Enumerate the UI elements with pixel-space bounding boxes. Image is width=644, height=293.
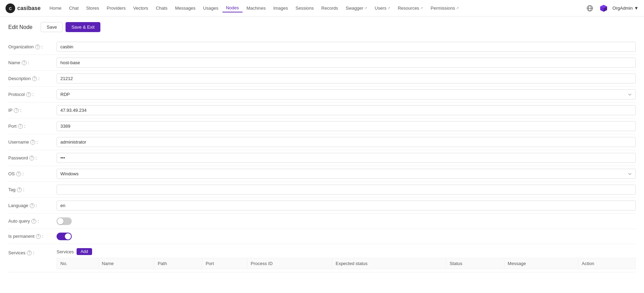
services-table-header-row: No.NamePathPortProcess IDExpected status… xyxy=(57,258,636,269)
auto-query-thumb xyxy=(57,218,63,224)
description-help-icon[interactable]: ? xyxy=(32,76,37,81)
auto-query-row: Auto query ? : xyxy=(8,214,636,229)
ip-input[interactable] xyxy=(57,105,636,115)
page-title: Edit Node xyxy=(8,24,32,30)
password-help-icon[interactable]: ? xyxy=(29,156,34,160)
external-link-icon: ↗ xyxy=(364,6,367,10)
add-service-button[interactable]: Add xyxy=(77,248,92,255)
organization-label: Organization ? : xyxy=(8,44,57,49)
nav-link-machines[interactable]: Machines xyxy=(243,4,269,12)
organization-row: Organization ? : xyxy=(8,39,636,55)
protocol-help-icon[interactable]: ? xyxy=(26,92,31,97)
ip-help-icon[interactable]: ? xyxy=(14,108,19,113)
nav-link-resources[interactable]: Resources↗ xyxy=(394,4,426,12)
is-permanent-toggle[interactable] xyxy=(57,233,72,240)
ip-label: IP ? : xyxy=(8,108,57,113)
language-row: Language ? : xyxy=(8,198,636,214)
port-row: Port ? : xyxy=(8,118,636,134)
os-help-icon[interactable]: ? xyxy=(16,172,21,176)
port-label: Port ? : xyxy=(8,124,57,129)
logo[interactable]: C casibase xyxy=(6,3,41,13)
services-col-no.: No. xyxy=(57,258,98,269)
name-label: Name ? : xyxy=(8,60,57,65)
organization-input[interactable] xyxy=(57,42,636,52)
nav-link-users[interactable]: Users↗ xyxy=(371,4,394,12)
nav-link-home[interactable]: Home xyxy=(46,4,65,12)
nav-link-sessions[interactable]: Sessions xyxy=(292,4,317,12)
tag-label: Tag ? : xyxy=(8,187,57,192)
auto-query-toggle[interactable] xyxy=(57,217,72,225)
username-row: Username ? : xyxy=(8,134,636,150)
language-help-icon[interactable]: ? xyxy=(30,203,34,208)
nav-link-swagger[interactable]: Swagger↗ xyxy=(342,4,370,12)
language-input[interactable] xyxy=(57,201,636,211)
organization-help-icon[interactable]: ? xyxy=(35,45,40,49)
port-help-icon[interactable]: ? xyxy=(18,124,23,129)
services-col-status: Status xyxy=(446,258,504,269)
services-help-icon[interactable]: ? xyxy=(27,251,32,255)
logo-text: casibase xyxy=(17,5,41,11)
tag-input[interactable] xyxy=(57,185,636,195)
username-help-icon[interactable]: ? xyxy=(30,140,35,145)
svg-text:C: C xyxy=(9,7,12,11)
tag-help-icon[interactable]: ? xyxy=(17,187,22,192)
is-permanent-help-icon[interactable]: ? xyxy=(36,234,41,239)
org-admin-menu[interactable]: OrgAdmin ▼ xyxy=(613,6,638,11)
nav-link-chat[interactable]: Chat xyxy=(66,4,82,12)
protocol-label: Protocol ? : xyxy=(8,92,57,97)
nav-link-records[interactable]: Records xyxy=(318,4,341,12)
username-input[interactable] xyxy=(57,137,636,147)
nav-link-chats[interactable]: Chats xyxy=(152,4,171,12)
services-col-action: Action xyxy=(578,258,635,269)
password-row: Password ? : xyxy=(8,150,636,166)
services-table: No.NamePathPortProcess IDExpected status… xyxy=(57,258,636,269)
name-row: Name ? : xyxy=(8,55,636,71)
chevron-down-icon: ▼ xyxy=(634,6,638,11)
nav-link-messages[interactable]: Messages xyxy=(172,4,199,12)
cube-icon[interactable] xyxy=(599,3,608,13)
is-permanent-label: Is permanent ? : xyxy=(8,234,57,239)
nav-links: HomeChatStoresProvidersVectorsChatsMessa… xyxy=(46,4,585,12)
edit-node-form: Organization ? : Name ? : Description ? … xyxy=(8,39,636,272)
nav-link-vectors[interactable]: Vectors xyxy=(130,4,151,12)
services-title: Services xyxy=(57,249,74,254)
nav-link-images[interactable]: Images xyxy=(270,4,291,12)
services-col-path: Path xyxy=(154,258,202,269)
os-row: OS ? : Windows Linux macOS xyxy=(8,166,636,182)
protocol-row: Protocol ? : RDP SSH VNC Telnet xyxy=(8,87,636,102)
nav-link-usages[interactable]: Usages xyxy=(200,4,222,12)
nav-link-providers[interactable]: Providers xyxy=(103,4,129,12)
services-header: Services Add xyxy=(57,248,636,255)
username-label: Username ? : xyxy=(8,139,57,145)
is-permanent-row: Is permanent ? : xyxy=(8,229,636,244)
description-label: Description ? : xyxy=(8,76,57,81)
description-row: Description ? : xyxy=(8,71,636,87)
save-exit-button[interactable]: Save & Exit xyxy=(66,22,100,32)
save-button[interactable]: Save xyxy=(41,22,63,32)
name-input[interactable] xyxy=(57,58,636,68)
auto-query-help-icon[interactable]: ? xyxy=(31,219,36,224)
globe-icon[interactable] xyxy=(585,3,595,13)
ip-row: IP ? : xyxy=(8,102,636,118)
name-help-icon[interactable]: ? xyxy=(22,60,27,65)
top-nav: C casibase HomeChatStoresProvidersVector… xyxy=(0,0,644,17)
external-link-icon: ↗ xyxy=(456,6,459,10)
services-row: Services ? : Services Add No.NamePathPor… xyxy=(8,244,636,272)
nav-link-permissions[interactable]: Permissions↗ xyxy=(427,4,462,12)
external-link-icon: ↗ xyxy=(387,6,390,10)
password-input[interactable] xyxy=(57,153,636,163)
nav-right: OrgAdmin ▼ xyxy=(585,3,638,13)
description-input[interactable] xyxy=(57,74,636,84)
services-col-process-id: Process ID xyxy=(247,258,332,269)
language-label: Language ? : xyxy=(8,203,57,208)
os-label: OS ? : xyxy=(8,171,57,176)
services-label: Services ? : xyxy=(8,248,57,255)
nav-link-stores[interactable]: Stores xyxy=(83,4,103,12)
auto-query-label: Auto query ? : xyxy=(8,218,57,224)
services-col-name: Name xyxy=(98,258,154,269)
services-col-port: Port xyxy=(202,258,247,269)
port-input[interactable] xyxy=(57,121,636,131)
protocol-select[interactable]: RDP SSH VNC Telnet xyxy=(57,89,636,99)
nav-link-nodes[interactable]: Nodes xyxy=(222,4,242,12)
os-select[interactable]: Windows Linux macOS xyxy=(57,169,636,179)
